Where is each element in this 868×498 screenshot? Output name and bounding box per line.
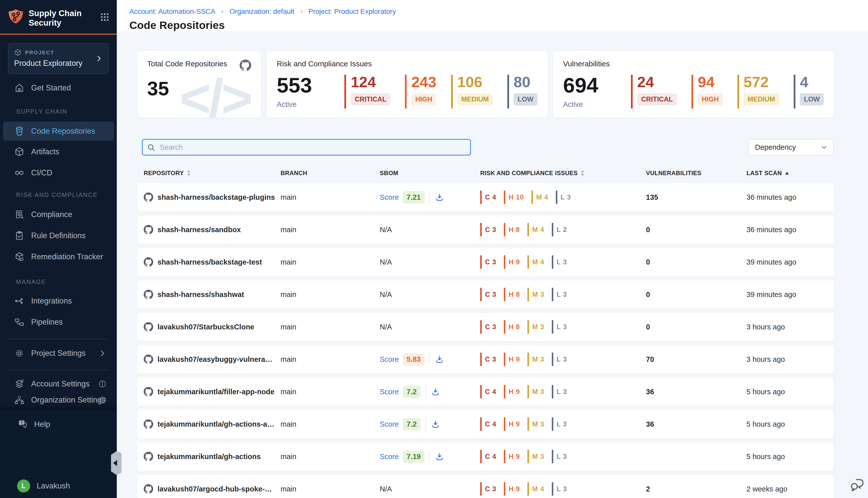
sbom-score-badge: 7.2 <box>403 418 420 430</box>
severity-chip-high: H 9 <box>504 353 520 366</box>
last-scan-cell: 36 minutes ago <box>746 193 834 201</box>
card-risk-compliance-issues: Risk and Compliance Issues 553 Active 12… <box>267 51 548 118</box>
download-sbom-icon[interactable] <box>435 193 444 202</box>
breadcrumb: Account: Automation-SSCA Organization: d… <box>129 8 868 16</box>
avatar: L <box>17 480 30 493</box>
sidebar-item-help[interactable]: Help <box>6 415 111 434</box>
box-wrench-icon <box>14 251 25 262</box>
column-header-issues[interactable]: RISK AND COMPLIANCE ISSUES <box>480 170 646 176</box>
vulnerabilities-cell: 36 <box>646 420 746 429</box>
table-row[interactable]: tejakummarikuntla/gh-actions main Score … <box>137 443 834 471</box>
feedback-chat-icon[interactable] <box>850 477 865 493</box>
table-row[interactable]: shash-harness/sandbox main N/A C 3 H 8 M… <box>137 215 834 244</box>
sbom-score-link[interactable]: Score <box>380 388 399 396</box>
vulnerabilities-cell: 135 <box>646 193 746 201</box>
sbom-score-link[interactable]: Score <box>380 355 399 364</box>
app-switcher-icon[interactable] <box>100 12 110 22</box>
sidebar-item-user[interactable]: L Lavakush <box>6 476 111 496</box>
section-label-manage: MANAGE <box>16 278 114 286</box>
table-row[interactable]: lavakush07/argocd-hub-spoke-demo main N/… <box>137 475 834 498</box>
sidebar-item-integrations[interactable]: Integrations <box>3 291 114 311</box>
sbom-na: N/A <box>380 226 392 234</box>
issues-cell: C 4 H 9 M 3 L 3 <box>480 450 646 463</box>
sidebar-item-code-repositories[interactable]: Code Repositories <box>3 122 114 141</box>
sidebar-item-artifacts[interactable]: Artifacts <box>3 142 114 161</box>
table-row[interactable]: shash-harness/backstage-plugins main Sco… <box>137 183 834 211</box>
chevron-down-icon <box>820 143 828 151</box>
dependency-filter-dropdown[interactable]: Dependency <box>748 139 834 156</box>
card-total-repositories: Total Code Repositories 35 </> <box>137 51 261 118</box>
sidebar-item-cicd[interactable]: CI/CD <box>3 163 114 182</box>
infinity-icon <box>14 168 25 178</box>
sidebar-nav: Get Started SUPPLY CHAIN Code Repositori… <box>0 78 117 408</box>
sidebar-item-get-started[interactable]: Get Started <box>3 78 114 97</box>
sidebar-item-pipelines[interactable]: Pipelines <box>3 313 114 332</box>
severity-chip-low: L 2 <box>552 223 567 236</box>
download-sbom-icon[interactable] <box>435 452 444 461</box>
table-row[interactable]: tejakummarikuntla/gh-actions-artifacts m… <box>137 410 834 438</box>
sidebar-item-compliance[interactable]: Compliance <box>3 205 114 224</box>
table-row[interactable]: lavakush07/easybuggy-vulnerable-app… mai… <box>137 345 834 374</box>
project-selector[interactable]: PROJECT Product Exploratory <box>8 43 109 74</box>
issues-cell: C 3 H 9 M 4 L 3 <box>480 482 646 496</box>
table-row[interactable]: lavakush07/StarbucksClone main N/A C 3 H… <box>137 313 834 341</box>
sort-icon[interactable] <box>581 170 585 176</box>
breadcrumb-organization[interactable]: Organization: default <box>229 8 294 16</box>
user-name: Lavakush <box>37 482 70 490</box>
breadcrumb-account[interactable]: Account: Automation-SSCA <box>129 8 215 16</box>
chevron-right-icon <box>299 9 304 14</box>
repo-name[interactable]: lavakush07/StarbucksClone <box>158 323 254 331</box>
column-header-branch: BRANCH <box>281 170 380 176</box>
sbom-na: N/A <box>380 290 392 299</box>
sidebar-item-organization-settings[interactable]: Organization Settings <box>3 392 114 408</box>
sidebar-item-account-settings[interactable]: Account Settings <box>3 376 114 392</box>
sbom-score-link[interactable]: Score <box>380 453 399 461</box>
severity-bar <box>507 75 509 108</box>
table-row[interactable]: shash-harness/shashwat main N/A C 3 H 8 … <box>137 280 834 309</box>
issues-cell: C 3 H 8 M 3 L 3 <box>480 320 646 334</box>
severity-critical: 124 CRITICAL <box>344 75 390 108</box>
repo-name[interactable]: shash-harness/sandbox <box>158 226 241 234</box>
repo-name[interactable]: tejakummarikuntla/gh-actions-artifacts <box>158 420 276 429</box>
repo-name[interactable]: lavakush07/argocd-hub-spoke-demo <box>158 485 276 493</box>
card-title: Risk and Compliance Issues <box>277 60 537 68</box>
column-header-repository[interactable]: REPOSITORY <box>144 170 281 176</box>
page-title: Code Repositories <box>129 19 868 31</box>
chevron-right-icon <box>98 349 107 357</box>
table-row[interactable]: tejakummarikuntla/filler-app-node main S… <box>137 378 834 406</box>
app-title-line1: Supply Chain <box>29 9 100 18</box>
download-sbom-icon[interactable] <box>431 387 440 396</box>
severity-chip-high: H 9 <box>504 482 520 496</box>
sidebar-item-rule-definitions[interactable]: Rule Definitions <box>3 226 114 245</box>
github-icon <box>144 419 153 429</box>
sidebar-item-remediation-tracker[interactable]: Remediation Tracker <box>3 247 114 266</box>
sidebar-item-project-settings[interactable]: Project Settings <box>3 344 114 363</box>
repo-name[interactable]: lavakush07/easybuggy-vulnerable-app… <box>158 355 276 364</box>
last-scan-cell: 2 weeks ago <box>746 485 834 493</box>
sbom-score-link[interactable]: Score <box>380 193 399 201</box>
sidebar-item-label: Organization Settings <box>31 395 106 405</box>
download-sbom-icon[interactable] <box>435 355 444 364</box>
severity-bar <box>737 75 739 108</box>
search-input[interactable] <box>142 139 471 156</box>
sbom-score-link[interactable]: Score <box>380 420 399 429</box>
severity-chip-medium: M 3 <box>528 417 544 431</box>
table-row[interactable]: shash-harness/backstage-test main N/A C … <box>137 248 834 276</box>
column-header-last-scan[interactable]: LAST SCAN <box>746 170 834 176</box>
repo-name[interactable]: shash-harness/backstage-test <box>158 258 262 266</box>
sidebar-divider <box>8 339 109 339</box>
branch-cell: main <box>281 258 380 266</box>
repo-name[interactable]: shash-harness/shashwat <box>158 290 244 299</box>
sort-icon[interactable] <box>187 170 191 176</box>
severity-chip-critical: C 3 <box>480 223 496 236</box>
repo-name[interactable]: shash-harness/backstage-plugins <box>158 193 275 201</box>
issues-cell: C 4 H 10 M 4 L 3 <box>480 191 646 204</box>
sort-ascending-icon <box>785 171 789 175</box>
sidebar-collapse-handle[interactable] <box>111 451 122 475</box>
repo-name[interactable]: tejakummarikuntla/filler-app-node <box>158 388 275 396</box>
severity-chip-medium: M 4 <box>532 191 548 204</box>
repo-name[interactable]: tejakummarikuntla/gh-actions <box>158 453 261 461</box>
breadcrumb-project[interactable]: Project: Product Exploratory <box>308 8 396 16</box>
download-sbom-icon[interactable] <box>431 420 440 429</box>
severity-badge: CRITICAL <box>351 93 390 106</box>
